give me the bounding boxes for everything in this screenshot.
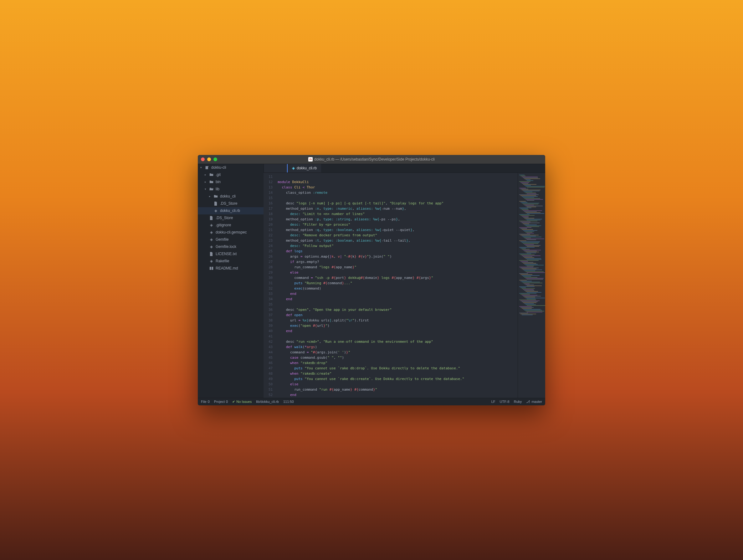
- chevron-icon: ▸: [209, 195, 211, 198]
- tree-item-label: README.md: [216, 266, 238, 270]
- check-icon: ✔: [232, 400, 235, 404]
- window-title: rb dokku_cli.rb — /Users/sebastian/Sync/…: [198, 157, 545, 162]
- folder-lib[interactable]: ▾lib: [198, 186, 264, 193]
- minimap[interactable]: [518, 173, 545, 398]
- ruby-icon: ◈: [292, 166, 295, 170]
- tree-item-label: lib: [216, 187, 219, 191]
- folder-icon: [209, 173, 214, 177]
- status-line-ending[interactable]: LF: [491, 400, 495, 403]
- git-branch-icon: ⎇: [526, 400, 530, 404]
- file-dokku-cli-rb[interactable]: ◈dokku_cli.rb: [198, 207, 264, 214]
- tree-item-label: .gitignore: [216, 223, 231, 227]
- traffic-lights: [201, 158, 217, 161]
- status-cursor-position[interactable]: 111:50: [283, 400, 294, 403]
- ruby-file-icon: rb: [308, 157, 313, 162]
- file-rakefile[interactable]: ◈Rakefile: [198, 258, 264, 265]
- tree-item-label: Gemfile.lock: [216, 245, 236, 249]
- status-encoding[interactable]: UTF-8: [500, 400, 510, 403]
- file-license-txt[interactable]: LICENSE.txt: [198, 250, 264, 258]
- line-number-gutter[interactable]: 1112131415161718192021222324252627282930…: [264, 173, 275, 398]
- code-editor[interactable]: module DokkuCli class Cli < Thor class_o…: [275, 173, 518, 398]
- folder-open-icon: [209, 187, 214, 191]
- status-language[interactable]: Ruby: [514, 400, 522, 403]
- tab-label: dokku_cli.rb: [297, 166, 317, 170]
- status-git-branch[interactable]: ⎇ master: [526, 400, 542, 404]
- close-button[interactable]: [201, 158, 205, 161]
- minimize-button[interactable]: [207, 158, 211, 161]
- chevron-icon: ▸: [204, 173, 207, 176]
- project-root-label: dokku-cli: [211, 165, 226, 170]
- status-issues[interactable]: ✔ No Issues: [232, 400, 252, 404]
- ruby-icon: ◈: [209, 259, 214, 263]
- file-icon: [209, 216, 214, 220]
- editor-tabs[interactable]: ◈ dokku_cli.rb: [264, 164, 545, 173]
- status-file-count[interactable]: File 0: [201, 400, 210, 403]
- folder--git[interactable]: ▸.git: [198, 171, 264, 178]
- folder-icon: [209, 180, 214, 184]
- ruby-icon: ◈: [209, 245, 214, 249]
- folder-bin[interactable]: ▸bin: [198, 178, 264, 186]
- ruby-icon: ◈: [209, 237, 214, 242]
- tree-item-label: Rakefile: [216, 259, 229, 263]
- file--ds-store[interactable]: .DS_Store: [198, 214, 264, 222]
- tree-item-label: .DS_Store: [216, 216, 233, 220]
- tree-item-label: Gemfile: [216, 237, 228, 242]
- ruby-icon: ◈: [209, 223, 214, 227]
- book-icon: [209, 266, 214, 270]
- ruby-icon: ◈: [209, 230, 214, 234]
- file-gemfile-lock[interactable]: ◈Gemfile.lock: [198, 243, 264, 250]
- repo-icon: [204, 166, 209, 170]
- project-root[interactable]: ▾ dokku-cli: [198, 164, 264, 171]
- file-readme-md[interactable]: README.md: [198, 265, 264, 272]
- file-tree-sidebar[interactable]: ▾ dokku-cli ▸.git▸bin▾lib▸dokku_cli.DS_S…: [198, 164, 264, 398]
- chevron-icon: ▾: [204, 187, 207, 190]
- file-gemfile[interactable]: ◈Gemfile: [198, 236, 264, 243]
- editor-window: rb dokku_cli.rb — /Users/sebastian/Sync/…: [198, 155, 545, 405]
- file--ds-store[interactable]: .DS_Store: [198, 200, 264, 207]
- ruby-icon: ◈: [213, 209, 218, 213]
- tree-tab-spacer: [264, 164, 287, 172]
- tree-item-label: dokku-cli.gemspec: [216, 230, 247, 234]
- titlebar[interactable]: rb dokku_cli.rb — /Users/sebastian/Sync/…: [198, 155, 545, 164]
- tree-item-label: .git: [216, 172, 221, 177]
- tree-item-label: bin: [216, 180, 221, 184]
- file--gitignore[interactable]: ◈.gitignore: [198, 222, 264, 229]
- status-bar: File 0 Project 0 ✔ No Issues lib/dokku_c…: [198, 398, 545, 405]
- file-icon: [209, 252, 214, 256]
- file-dokku-cli-gemspec[interactable]: ◈dokku-cli.gemspec: [198, 229, 264, 236]
- tree-item-label: dokku_cli: [220, 194, 236, 199]
- tree-item-label: dokku_cli.rb: [220, 209, 240, 213]
- tree-item-label: .DS_Store: [220, 201, 237, 206]
- tree-item-label: LICENSE.txt: [216, 252, 236, 256]
- file-icon: [213, 202, 218, 206]
- maximize-button[interactable]: [213, 158, 217, 161]
- tab-dokku-cli-rb[interactable]: ◈ dokku_cli.rb: [287, 164, 321, 172]
- folder-dokku-cli[interactable]: ▸dokku_cli: [198, 193, 264, 200]
- folder-icon: [213, 195, 218, 198]
- status-project-count[interactable]: Project 0: [214, 400, 228, 403]
- chevron-icon: ▸: [204, 180, 207, 183]
- status-filepath[interactable]: lib/dokku_cli.rb: [256, 400, 279, 403]
